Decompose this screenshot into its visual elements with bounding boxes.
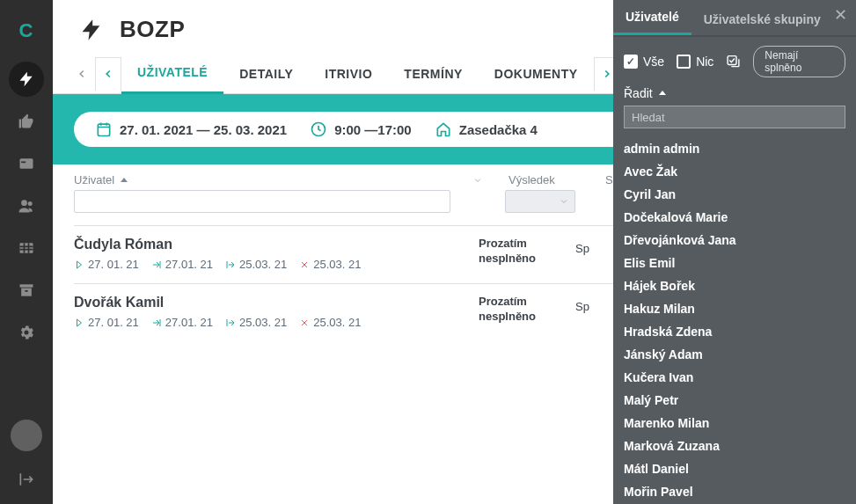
list-item[interactable]: Marenko Milan [624,412,845,435]
svg-point-3 [28,201,33,206]
home-icon [435,121,452,138]
table-icon [18,239,35,257]
list-item[interactable]: Mořin Pavel [624,480,845,503]
list-item[interactable]: admin admin [624,137,845,160]
checkbox-none[interactable]: Nic [677,55,713,69]
col-header-user[interactable]: Uživatel [74,173,470,186]
sidebar-rail: C [0,0,53,504]
tab-itrivio[interactable]: ITRIVIO [309,54,388,94]
nav-item-card[interactable] [9,146,44,181]
row-result: Prozatím nesplněno [479,295,575,329]
checkbox-icon [624,55,638,69]
list-item[interactable]: Kučera Ivan [624,366,845,389]
chevron-down-icon [559,196,569,207]
thumb-up-icon [18,113,35,130]
svg-rect-0 [20,158,33,169]
panel-tabs: Uživatelé Uživatelské skupiny [613,0,856,37]
panel-tab-groups[interactable]: Uživatelské skupiny [691,4,833,35]
list-item[interactable]: Mátl Daniel [624,457,845,480]
list-item[interactable]: Hakuz Milan [624,297,845,320]
list-item[interactable]: Dřevojánková Jana [624,229,845,252]
list-item[interactable]: Hradská Zdena [624,320,845,343]
user-avatar[interactable] [11,420,42,451]
filter-select-result[interactable] [505,190,575,213]
row-user-name: Čudyla Róman [74,237,479,252]
page-title: BOZP [120,16,185,43]
sort-control[interactable]: Řadit [613,84,856,106]
bolt-icon [79,18,104,42]
list-item[interactable]: Hájek Bořek [624,274,845,297]
svg-rect-5 [20,284,33,287]
date-start: 27. 01. 21 [74,258,139,271]
date-next: 27.01. 21 [151,316,213,329]
tab-scroll-left-outer[interactable] [69,57,95,91]
tab-documents[interactable]: DOKUMENTY [479,54,594,94]
date-cancel: 25.03. 21 [299,316,361,329]
svg-rect-10 [728,56,736,65]
row-result: Prozatím nesplněno [479,237,575,271]
bolt-icon [18,70,35,88]
checkbox-icon [677,55,691,69]
checkbox-all[interactable]: Vše [624,55,664,69]
row-user-name: Dvořák Kamil [74,295,479,310]
users-panel: ✕ Uživatelé Uživatelské skupiny Vše Nic … [613,0,856,504]
multi-check-icon[interactable] [726,54,741,69]
sort-asc-icon [120,176,128,185]
list-item[interactable]: Jánský Adam [624,343,845,366]
tab-details[interactable]: DETAILY [223,54,309,94]
gear-icon [18,324,35,341]
nav-item-thumb[interactable] [9,104,44,139]
logout-icon [18,471,35,488]
brand-logo: C [19,19,34,42]
panel-search [624,106,845,128]
list-item[interactable]: Dočekalová Marie [624,206,845,229]
card-icon [18,155,35,172]
col-header-result[interactable]: Výsledek [508,173,605,186]
svg-rect-1 [21,162,26,164]
archive-icon [18,281,35,299]
filter-location[interactable]: Zasedačka 4 [435,121,538,138]
panel-tab-users[interactable]: Uživatelé [613,1,691,35]
svg-rect-4 [20,243,33,253]
tab-scroll-left[interactable] [95,57,121,91]
panel-search-input[interactable] [624,106,845,128]
svg-rect-8 [98,124,109,135]
nav-item-bolt[interactable] [9,62,44,97]
nav-item-settings[interactable] [9,315,44,350]
nav-item-logout[interactable] [9,462,44,497]
nav-item-users[interactable] [9,188,44,223]
row-dates: 27. 01. 21 27.01. 21 25.03. 21 25.03. 21 [74,258,479,271]
filter-input-user[interactable] [74,190,450,213]
nav-item-archive[interactable] [9,273,44,308]
filter-time[interactable]: 9:00 —17:00 [310,121,412,138]
date-end: 25.03. 21 [225,258,287,271]
main-panel: BOZP UŽIVATELÉ DETAILY ITRIVIO TERMÍNY D… [53,0,856,504]
filter-date[interactable]: 27. 01. 2021 — 25. 03. 2021 [95,121,287,138]
svg-rect-7 [25,290,27,292]
not-fulfilled-button[interactable]: Nemají splněno [753,46,845,77]
close-icon[interactable]: ✕ [834,5,847,25]
tab-terms[interactable]: TERMÍNY [388,54,479,94]
list-item[interactable]: Avec Žak [624,160,845,183]
users-icon [18,197,35,215]
svg-rect-6 [21,289,32,296]
col-user-dropdown[interactable] [470,175,486,186]
panel-controls: Vše Nic Nemají splněno [613,37,856,84]
date-cancel: 25.03. 21 [299,258,361,271]
date-end: 25.03. 21 [225,316,287,329]
list-item[interactable]: Marková Zuzana [624,435,845,457]
list-item[interactable]: Elis Emil [624,252,845,274]
date-next: 27.01. 21 [151,258,213,271]
tab-users[interactable]: UŽIVATELÉ [121,54,223,94]
list-item[interactable]: Malý Petr [624,389,845,412]
svg-point-2 [21,200,27,206]
calendar-icon [95,121,113,138]
user-list: admin adminAvec ŽakCyril JanDočekalová M… [613,137,856,504]
row-dates: 27. 01. 21 27.01. 21 25.03. 21 25.03. 21 [74,316,479,329]
sort-asc-icon [658,89,667,98]
clock-icon [310,121,327,138]
list-item[interactable]: Cyril Jan [624,183,845,206]
date-start: 27. 01. 21 [74,316,139,329]
nav-item-table[interactable] [9,230,44,266]
